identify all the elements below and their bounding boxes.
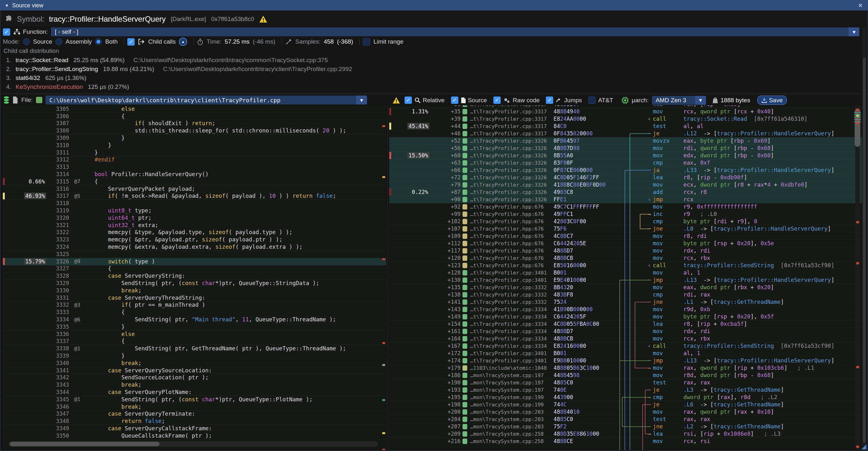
assembly-line[interactable]: +92…t\TracyProfiler.hpp:67649C7C1FFFFFFF… <box>389 203 865 211</box>
assembly-line[interactable]: +174…t\TracyProfiler.cpp:3401E9B8010000─… <box>389 357 865 364</box>
assembly-line[interactable]: +90…t\TracyProfiler.cpp:3326FFE1‹jmprcx <box>389 196 865 203</box>
assembly-line[interactable]: +128…t\TracyProfiler.cpp:3401B001moval, … <box>389 269 865 276</box>
function-checkbox[interactable]: ✓ <box>3 28 10 36</box>
source-line[interactable]: 3342 SendSourceLocation( ptr ); <box>3 374 386 381</box>
source-line[interactable]: 3314bool Profiler::HandleServerQuery() <box>3 171 386 178</box>
assembly-line[interactable]: +149…t\TracyProfiler.cpp:3334C64424205Fm… <box>389 313 865 321</box>
source-line[interactable]: 3319 uint8_t type; <box>3 207 386 214</box>
source-line[interactable]: 3346 break; <box>3 403 386 411</box>
source-line[interactable]: 3333 { <box>3 309 386 316</box>
assembly-line[interactable]: +39…t\TracyProfiler.cpp:3317E824AA0000‹c… <box>389 115 865 123</box>
source-line[interactable]: 3340 break; <box>3 360 386 367</box>
source-line[interactable]: 3335 } <box>3 323 386 331</box>
assembly-line[interactable]: +200…mon\TracySystem.cpp:203488B4010movr… <box>389 408 865 416</box>
assembly-line[interactable]: +190…mon\TracySystem.cpp:1974885C0testra… <box>389 379 865 386</box>
radio-source[interactable] <box>23 38 30 45</box>
source-line[interactable]: 3341 case ServerQuerySourceLocation: <box>3 367 386 374</box>
source-line[interactable]: 3332@3 if( ptr == m_mainThread ) <box>3 302 386 309</box>
function-combo[interactable]: [ - self - ] ▼ <box>51 27 859 36</box>
resize-grip[interactable] <box>861 444 866 449</box>
scrollbar-thumb[interactable] <box>863 58 866 443</box>
limit-range-checkbox[interactable]: ✓ <box>363 38 370 46</box>
assembly-line[interactable]: +138…t\TracyProfiler.cpp:3332483BF8cmprd… <box>389 291 865 298</box>
file-combo[interactable]: C:\Users\wolf\Desktop\darkrl\contrib\tra… <box>45 95 367 104</box>
source-line[interactable]: 3310 } <box>3 142 386 149</box>
chevron-down-icon[interactable]: ▼ <box>356 95 367 104</box>
collapse-triangle-icon[interactable]: ▼ <box>5 3 9 8</box>
assembly-line[interactable]: +135…t\TracyProfiler.cpp:33328B4320movea… <box>389 284 865 291</box>
assembly-line[interactable]: +56…t\TracyProfiler.cpp:3326488B7D98movr… <box>389 145 865 152</box>
assembly-line[interactable]: +79…t\TracyProfiler.cpp:3326418B8C80E0BF… <box>389 181 865 188</box>
database-icon[interactable] <box>3 96 10 104</box>
source-line[interactable]: 3350 QueueCallstackFrame( ptr ); <box>3 432 386 440</box>
assembly-line[interactable]: 45.41%+44…t\TracyProfiler.cpp:331784C0te… <box>389 123 865 130</box>
source-line[interactable]: 3344 case ServerQueryPlotName: <box>3 389 386 396</box>
assembly-line[interactable]: +193…mon\TracySystem.cpp:197740E─je.L3 -… <box>389 386 865 394</box>
assembly-line[interactable]: +102…t\TracyProfiler.hpp:67642803C0F00cm… <box>389 218 865 225</box>
titlebar[interactable]: ▼ Source view × <box>0 0 868 10</box>
source-line[interactable]: 3347 case ServerQueryTerminate: <box>3 410 386 418</box>
assembly-line[interactable]: +123…t\TracyProfiler.hpp:676E850160000‹c… <box>389 262 865 269</box>
source-line[interactable]: 46.93%3317@5 if( !m_sock->Read( &payload… <box>3 193 386 200</box>
source-line[interactable]: 3316 ServerQueryPacket payload; <box>3 185 386 193</box>
source-line[interactable]: 3312#endif <box>3 156 386 164</box>
scrollbar-thumb[interactable] <box>10 442 159 446</box>
source-line[interactable]: 3345@1 SendString( ptr, (const char*)ptr… <box>3 396 386 403</box>
assembly-line[interactable]: +99…t\TracyProfiler.hpp:67649FFC1→incr9 … <box>389 211 865 218</box>
assembly-line[interactable]: +117…t\TracyProfiler.hpp:676488BD7movrdx… <box>389 247 865 254</box>
assembly-line[interactable]: +141…t\TracyProfiler.cpp:33327524─jne.L1… <box>389 298 865 306</box>
chevron-down-icon[interactable]: ▼ <box>848 27 859 36</box>
source-line[interactable]: 3336 else <box>3 331 386 338</box>
source-line[interactable]: 3306 { <box>3 113 386 120</box>
att-checkbox[interactable]: ✓ <box>588 96 595 104</box>
source-line[interactable]: 3307 if( shouldExit ) return; <box>3 120 386 127</box>
source-line[interactable]: 3308 std::this_thread::sleep_for( std::c… <box>3 127 386 134</box>
assembly-line[interactable]: +167…t\TracyProfiler.cpp:3334E824160000‹… <box>389 342 865 350</box>
assembly-line[interactable]: +161…t\TracyProfiler.cpp:3334488BD7movrd… <box>389 328 865 335</box>
source-checkbox[interactable]: ✓ <box>451 96 458 104</box>
assembly-line[interactable]: +198…mon\TracySystem.cpp:199744C─je.L6 -… <box>389 401 865 408</box>
source-line[interactable]: 0.66%3315@7{ <box>3 178 386 185</box>
assembly-scrollbar[interactable] <box>854 106 861 450</box>
source-line[interactable]: 3320 uint64_t ptr; <box>3 214 386 222</box>
source-line[interactable]: 3321 uint32_t extra; <box>3 222 386 229</box>
collapse-up-icon[interactable]: ▲ <box>179 38 187 46</box>
source-line[interactable]: 3324 memcpy( &extra, &payload.extra, siz… <box>3 243 386 251</box>
source-line[interactable]: 3339 } <box>3 352 386 360</box>
assembly-line[interactable]: +31…t\TracyProfiler.cpp:3317488D5597lear… <box>389 106 865 108</box>
child-call-row[interactable]: 4.KeSynchronizeExecution125 µs (0.27%) <box>0 83 860 91</box>
assembly-line[interactable]: 1.31%+35…t\TracyProfiler.cpp:3317488B494… <box>389 108 865 115</box>
source-line[interactable]: 3337 { <box>3 338 386 345</box>
source-line[interactable]: 3334@6 SendString( ptr, "Main thread", 1… <box>3 316 386 323</box>
assembly-line[interactable]: +66…t\TracyProfiler.cpp:33260F87CE060000… <box>389 167 865 174</box>
assembly-line[interactable]: +120…t\TracyProfiler.hpp:676488BCBmovrcx… <box>389 254 865 262</box>
assembly-line[interactable]: 15.50%+60…t\TracyProfiler.cpp:33268B55A0… <box>389 152 865 159</box>
assembly-line[interactable]: +179…1103\include\atomic:1048488B05B63C1… <box>389 364 865 372</box>
source-line[interactable]: 3329 SendString( ptr, (const char*)ptr, … <box>3 280 386 287</box>
assembly-line[interactable]: +154…t\TracyProfiler.cpp:33344C8D055FBA0… <box>389 321 865 328</box>
assembly-line[interactable]: +172…t\TracyProfiler.cpp:3401B001moval, … <box>389 350 865 357</box>
assembly-line[interactable]: +204…mon\TracySystem.cpp:2034885C0testra… <box>389 416 865 423</box>
source-line[interactable]: 15.79%3326@9 switch( type ) <box>3 258 386 265</box>
raw-code-checkbox[interactable]: ✓ <box>493 96 501 104</box>
assembly-line[interactable]: +112…t\TracyProfiler.hpp:676C64424205Emo… <box>389 240 865 247</box>
source-line[interactable]: 3328 case ServerQueryString: <box>3 272 386 280</box>
assembly-line[interactable]: +209…mon\TracySystem.cpp:258488D35E88610… <box>389 430 865 438</box>
source-line[interactable]: 3311} <box>3 149 386 156</box>
child-call-row[interactable]: 2.tracy::Profiler::SendLongString19.88 m… <box>0 65 860 73</box>
assembly-line[interactable]: +52…t\TracyProfiler.cpp:33260FB64597movz… <box>389 137 865 145</box>
assembly-line[interactable]: +46…t\TracyProfiler.cpp:33170F8435020000… <box>389 130 865 137</box>
source-line[interactable]: 3348 return false; <box>3 418 386 425</box>
source-line[interactable]: 3349 case ServerQueryCallstackFrame: <box>3 425 386 432</box>
source-line[interactable]: 3325 <box>3 251 386 258</box>
chevron-down-icon[interactable]: ▼ <box>695 96 706 105</box>
window-scrollbar[interactable] <box>862 27 866 450</box>
source-line[interactable]: 3331 case ServerQueryThreadString: <box>3 294 386 302</box>
source-line[interactable]: 3318 <box>3 200 386 207</box>
source-line[interactable]: 3330 break; <box>3 287 386 294</box>
source-line[interactable]: 3309 } <box>3 134 386 142</box>
assembly-line[interactable]: +195…mon\TracySystem.cpp:199443900→cmpdw… <box>389 394 865 401</box>
source-line[interactable]: 3322 memcpy( &type, &payload.type, sizeo… <box>3 229 386 236</box>
child-calls-checkbox[interactable]: ✓ <box>127 38 135 46</box>
assembly-line[interactable]: +72…t\TracyProfiler.cpp:33264C8D05F146F2… <box>389 174 865 181</box>
